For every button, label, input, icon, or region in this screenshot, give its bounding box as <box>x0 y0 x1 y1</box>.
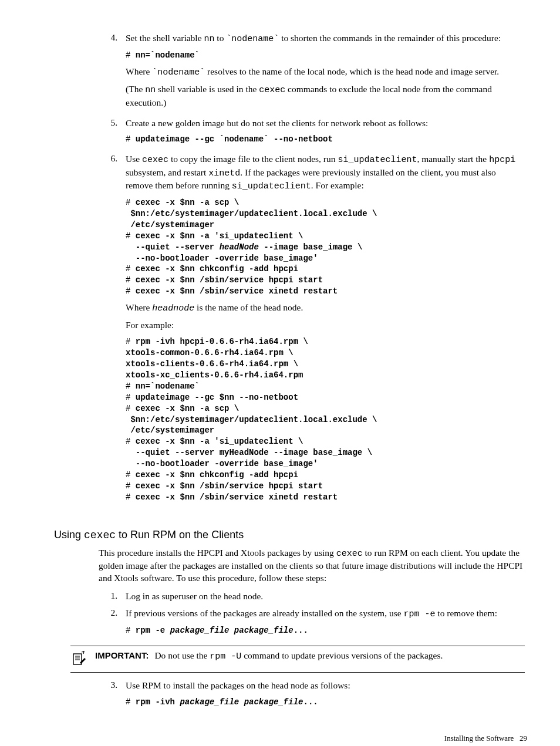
code: si_updateclient <box>232 181 311 191</box>
code: cexec <box>259 85 285 95</box>
code-prefix: # <box>126 626 136 635</box>
step-num: 6. <box>99 153 126 507</box>
code: nn <box>204 34 214 44</box>
code-args: package_file package_file <box>180 697 303 707</box>
step-1: 1. Log in as superuser on the head node. <box>99 590 525 604</box>
text: command to update previous versions of t… <box>241 650 443 660</box>
text: Where <box>126 302 152 312</box>
code-cmd: rpm -e <box>136 626 170 635</box>
code-cmd: nn=`nodename` <box>130 50 200 60</box>
code-block: # rpm -ivh hpcpi-0.6.6-rh4.ia64.rpm \ xt… <box>126 336 525 502</box>
code-cmd: rpm -ivh <box>136 697 180 707</box>
text: Create a new golden image but do not set… <box>126 117 525 130</box>
heading-code: cexec <box>84 529 116 541</box>
step-num: 4. <box>99 32 126 114</box>
code-block: # cexec -x $nn -a scp \ $nn:/etc/systemi… <box>126 197 525 297</box>
step-body: If previous versions of the packages are… <box>126 607 525 641</box>
code: hpcpi <box>489 155 515 165</box>
text: Log in as superuser on the head node. <box>126 590 525 603</box>
code-suffix: ... <box>303 697 318 707</box>
text: is the name of the head node. <box>194 302 303 312</box>
step-6: 6. Use cexec to copy the image file to t… <box>99 153 525 507</box>
text: Where <box>126 66 152 76</box>
text: Set the shell variable <box>126 33 204 43</box>
text: to copy the image file to the client nod… <box>168 154 338 164</box>
code: cexec <box>336 549 363 559</box>
step-num: 5. <box>99 117 126 150</box>
step-num: 3. <box>99 680 126 713</box>
heading-text: to Run RPM on the Clients <box>116 529 244 541</box>
code: nn <box>145 85 156 95</box>
text: If previous versions of the packages are… <box>126 608 403 618</box>
text: to <box>214 33 226 43</box>
step-body: Set the shell variable nn to `nodename` … <box>126 32 525 114</box>
text: to remove them: <box>435 608 497 618</box>
text: resolves to the name of the local node, … <box>205 66 499 76</box>
section-intro: This procedure installs the HPCPI and Xt… <box>99 547 525 585</box>
code: `nodename` <box>226 34 279 44</box>
step-3: 3. Use RPM to install the packages on th… <box>99 680 525 713</box>
section-heading: Using cexec to Run RPM on the Clients <box>54 529 525 541</box>
page-number: 29 <box>519 734 527 742</box>
code-cmd: updateimage --gc `nodename` --no-netboot <box>130 134 332 144</box>
text: . For example: <box>311 180 364 190</box>
code-suffix: ... <box>294 626 308 635</box>
code-block: # rpm -e package_file package_file... <box>126 625 525 636</box>
text: , manually start the <box>417 154 489 164</box>
step-2: 2. If previous versions of the packages … <box>99 607 525 641</box>
text: Do not use the <box>154 650 210 660</box>
text: For example: <box>126 319 525 332</box>
step-num: 2. <box>99 607 126 641</box>
text: shell variable is used in the <box>156 84 259 94</box>
code-block: # rpm -ivh package_file package_file... <box>126 697 525 708</box>
heading-text: Using <box>54 529 84 541</box>
text: (The <box>126 84 145 94</box>
important-icon <box>70 650 95 669</box>
step-4: 4. Set the shell variable nn to `nodenam… <box>99 32 525 114</box>
step-body: Use RPM to install the packages on the h… <box>126 680 525 713</box>
code: si_updateclient <box>338 155 417 165</box>
text: Use <box>126 154 142 164</box>
code-block: # updateimage --gc `nodename` --no-netbo… <box>126 134 525 145</box>
code: cexec <box>142 155 168 165</box>
code-prefix: # <box>126 697 136 707</box>
important-label: IMPORTANT: <box>95 650 149 660</box>
step-5: 5. Create a new golden image but do not … <box>99 117 525 150</box>
important-callout: IMPORTANT:Do not use the rpm -U command … <box>70 646 525 673</box>
code: rpm -U <box>210 652 241 661</box>
step-body: Use cexec to copy the image file to the … <box>126 153 525 507</box>
step-body: Log in as superuser on the head node. <box>126 590 525 604</box>
code: headnode <box>152 303 194 313</box>
code: `nodename` <box>152 67 205 77</box>
text: Use RPM to install the packages on the h… <box>126 680 525 692</box>
code-block: # nn=`nodename` <box>126 50 525 61</box>
code: rpm -e <box>403 609 435 619</box>
step-body: Create a new golden image but do not set… <box>126 117 525 150</box>
text: subsystem, and restart <box>126 167 208 177</box>
page-footer: Installing the Software 29 <box>35 734 527 743</box>
text: This procedure installs the HPCPI and Xt… <box>99 548 336 558</box>
footer-label: Installing the Software <box>444 734 514 742</box>
code-args: package_file package_file <box>170 626 294 635</box>
code: xinetd <box>208 168 240 178</box>
step-num: 1. <box>99 590 126 604</box>
text: to shorten the commands in the remainder… <box>279 33 501 43</box>
